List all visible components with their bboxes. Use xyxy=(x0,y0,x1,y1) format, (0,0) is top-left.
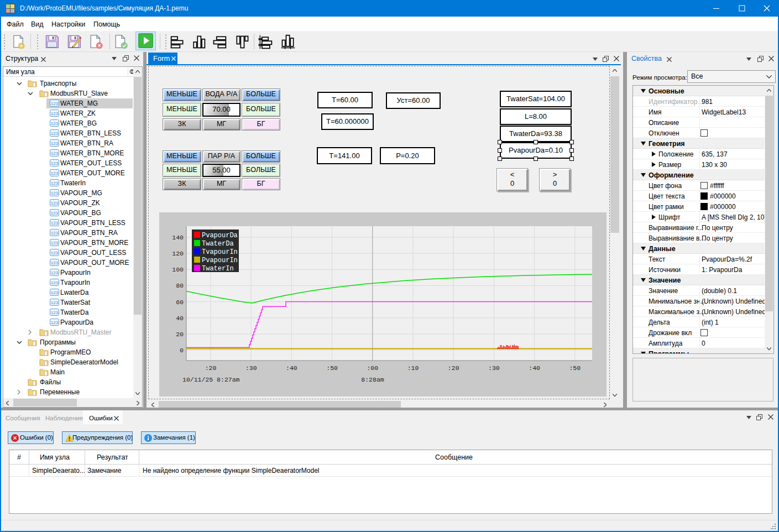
svg-text:123: 123 xyxy=(51,300,59,305)
svg-text:123: 123 xyxy=(51,211,59,216)
svg-text:123: 123 xyxy=(51,151,59,156)
svg-text:123: 123 xyxy=(51,290,59,295)
svg-text:PvapourDa: PvapourDa xyxy=(202,232,238,239)
svg-text:123: 123 xyxy=(51,270,59,275)
svg-text:123: 123 xyxy=(51,191,59,196)
svg-text:123: 123 xyxy=(51,111,59,116)
svg-text:60: 60 xyxy=(176,299,184,306)
svg-text:TwaterDa: TwaterDa xyxy=(202,240,234,248)
svg-text:123: 123 xyxy=(51,231,59,236)
svg-text:123: 123 xyxy=(51,141,59,146)
svg-text:80: 80 xyxy=(176,282,184,289)
svg-text:123: 123 xyxy=(51,251,59,255)
svg-text:40: 40 xyxy=(176,315,184,322)
svg-text::40: :40 xyxy=(286,364,297,372)
svg-text:123: 123 xyxy=(51,310,59,315)
svg-text:123: 123 xyxy=(51,101,59,106)
svg-text:123: 123 xyxy=(51,131,59,136)
svg-text::50: :50 xyxy=(326,364,338,372)
svg-text::30: :30 xyxy=(488,364,500,372)
svg-text::40: :40 xyxy=(529,364,540,372)
svg-text::20: :20 xyxy=(205,364,217,372)
svg-text::00: :00 xyxy=(367,364,378,372)
svg-text:123: 123 xyxy=(51,171,59,176)
svg-text:0: 0 xyxy=(180,347,184,354)
svg-text:123: 123 xyxy=(51,280,59,285)
svg-text:123: 123 xyxy=(51,121,59,126)
svg-text:10/11/25 8:27am: 10/11/25 8:27am xyxy=(182,376,240,383)
svg-text:123: 123 xyxy=(51,241,59,246)
svg-text:123: 123 xyxy=(51,201,59,206)
svg-text:123: 123 xyxy=(51,161,59,166)
svg-text:140: 140 xyxy=(172,234,184,241)
svg-text:123: 123 xyxy=(51,221,59,226)
svg-text:123: 123 xyxy=(51,181,59,186)
svg-text::50: :50 xyxy=(569,364,581,372)
svg-text:123: 123 xyxy=(51,260,59,265)
svg-text:8:28am: 8:28am xyxy=(361,376,384,383)
svg-text:TvapourIn: TvapourIn xyxy=(202,248,238,256)
svg-text::30: :30 xyxy=(245,364,257,372)
svg-text:123: 123 xyxy=(51,320,59,325)
svg-text::10: :10 xyxy=(407,364,419,372)
svg-text:TwaterIn: TwaterIn xyxy=(202,265,234,273)
svg-text:120: 120 xyxy=(172,250,184,257)
svg-text:20: 20 xyxy=(176,331,184,338)
svg-text::20: :20 xyxy=(448,364,459,372)
svg-text:PvapourIn: PvapourIn xyxy=(202,257,238,264)
svg-text:100: 100 xyxy=(172,266,184,273)
